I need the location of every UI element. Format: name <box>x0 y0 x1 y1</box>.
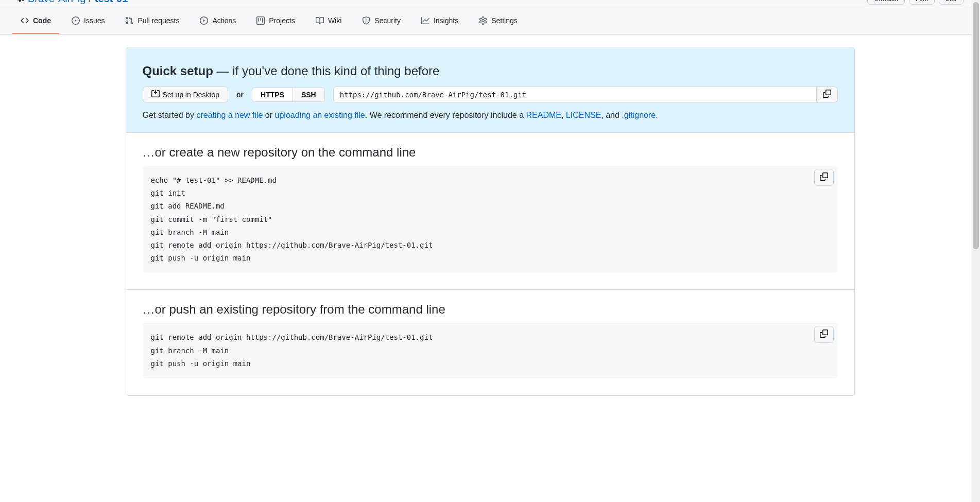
gear-icon <box>479 16 487 25</box>
link-create-file[interactable]: creating a new file <box>196 111 263 119</box>
tab-label: Settings <box>491 16 518 25</box>
project-icon <box>256 16 265 25</box>
scrollbar-track[interactable] <box>972 0 980 396</box>
tab-label: Pull requests <box>137 16 179 25</box>
protocol-toggle: HTTPS SSH <box>252 88 325 102</box>
create-code-block[interactable]: echo "# test-01" >> README.md git init g… <box>143 166 838 273</box>
quick-setup-heading: Quick setup — if you've done this kind o… <box>143 64 838 78</box>
breadcrumb-sep: / <box>89 0 92 5</box>
star-button[interactable]: Star <box>939 0 964 5</box>
scrollbar-thumb[interactable] <box>973 2 979 249</box>
pull-request-icon <box>125 16 133 25</box>
tab-code[interactable]: Code <box>12 8 59 34</box>
book-icon <box>316 16 324 25</box>
breadcrumb-repo[interactable]: test-01 <box>95 0 128 5</box>
copy-push-commands-button[interactable] <box>814 326 834 343</box>
section-push-repo: …or push an existing repository from the… <box>126 290 854 395</box>
copy-url-button[interactable] <box>817 86 838 102</box>
repo-tab-nav: Code Issues Pull requests Actions Projec… <box>0 8 980 34</box>
copy-create-commands-button[interactable] <box>814 169 834 186</box>
breadcrumb: Brave-AirPig / test-01 <box>16 0 128 5</box>
clone-url-input[interactable] <box>333 86 817 102</box>
desktop-download-icon <box>151 90 160 99</box>
tab-insights[interactable]: Insights <box>413 8 467 34</box>
ssh-toggle[interactable]: SSH <box>293 88 324 101</box>
fork-button[interactable]: Fork <box>909 0 935 5</box>
link-license[interactable]: LICENSE <box>566 111 601 119</box>
setup-desktop-button[interactable]: Set up in Desktop <box>143 86 229 102</box>
link-readme[interactable]: README <box>526 111 561 119</box>
code-icon <box>21 16 29 25</box>
link-upload-file[interactable]: uploading an existing file <box>275 111 365 119</box>
tab-label: Issues <box>84 16 105 25</box>
section-heading: …or create a new repository on the comma… <box>143 145 838 160</box>
unwatch-button[interactable]: Unwatch <box>867 0 905 5</box>
section-create-repo: …or create a new repository on the comma… <box>126 133 854 290</box>
tab-settings[interactable]: Settings <box>471 8 526 34</box>
copy-icon <box>823 90 831 99</box>
https-toggle[interactable]: HTTPS <box>252 88 293 101</box>
tab-label: Wiki <box>328 16 341 25</box>
help-text: Get started by creating a new file or up… <box>143 111 838 120</box>
tab-pull-requests[interactable]: Pull requests <box>117 8 187 34</box>
play-icon <box>200 16 208 25</box>
tab-label: Actions <box>212 16 236 25</box>
tab-wiki[interactable]: Wiki <box>307 8 350 34</box>
shield-icon <box>362 16 370 25</box>
link-gitignore[interactable]: .gitignore <box>622 111 656 119</box>
or-text: or <box>236 91 244 99</box>
copy-icon <box>820 172 828 182</box>
graph-icon <box>421 16 429 25</box>
tab-projects[interactable]: Projects <box>248 8 303 34</box>
quick-setup-panel: Quick setup — if you've done this kind o… <box>126 47 854 133</box>
section-heading: …or push an existing repository from the… <box>143 302 838 317</box>
issue-icon <box>72 16 80 25</box>
repo-icon <box>16 0 25 5</box>
tab-security[interactable]: Security <box>354 8 409 34</box>
push-code-block[interactable]: git remote add origin https://github.com… <box>143 323 838 378</box>
tab-label: Projects <box>269 16 295 25</box>
tab-actions[interactable]: Actions <box>192 8 244 34</box>
breadcrumb-owner[interactable]: Brave-AirPig <box>28 0 85 5</box>
tab-label: Security <box>374 16 401 25</box>
tab-issues[interactable]: Issues <box>63 8 113 34</box>
tab-label: Code <box>33 16 51 25</box>
tab-label: Insights <box>434 16 458 25</box>
copy-icon <box>820 330 828 339</box>
